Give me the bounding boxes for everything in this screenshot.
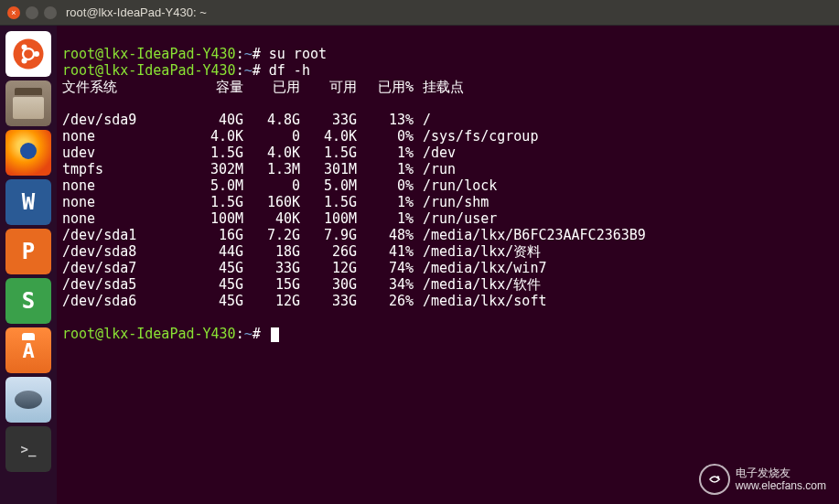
df-cell-mount: /dev	[414, 145, 456, 161]
launcher-software-center-icon[interactable]	[5, 327, 51, 373]
df-cell-fs: /dev/sda6	[62, 293, 187, 309]
df-header-row: 文件系统容量已用可用已用%挂载点	[62, 79, 834, 95]
prompt-user: root@lkx-IdeaPad-Y430	[62, 62, 236, 79]
window-title: root@lkx-IdeaPad-Y430: ~	[66, 5, 207, 19]
watermark-url: www.elecfans.com	[736, 479, 826, 492]
watermark-brand: 电子发烧友	[736, 466, 826, 479]
df-cell-used: 40K	[243, 210, 300, 227]
df-cell-pct: 34%	[357, 276, 414, 293]
df-body: /dev/sda940G4.8G33G13%/none4.0K04.0K0%/s…	[62, 112, 834, 309]
prompt-line: root@lkx-IdeaPad-Y430:~# df -h	[62, 62, 310, 79]
df-cell-used: 12G	[243, 293, 300, 309]
prompt-line: root@lkx-IdeaPad-Y430:~# su root	[62, 46, 327, 62]
df-cell-mount: /run/shm	[414, 194, 489, 210]
df-cell-mount: /media/lkx/soft	[414, 293, 546, 309]
df-cell-used: 15G	[243, 276, 300, 293]
df-cell-size: 40G	[187, 112, 243, 128]
df-cell-mount: /run	[414, 161, 456, 177]
launcher-wps-spreadsheet-icon[interactable]: S	[5, 278, 51, 324]
df-cell-avail: 1.5G	[300, 145, 357, 161]
df-cell-used: 160K	[243, 194, 300, 210]
unity-launcher: W P S >_	[0, 26, 57, 504]
df-cell-size: 45G	[187, 276, 243, 293]
df-cell-used: 0	[243, 177, 300, 194]
minimize-button[interactable]	[26, 6, 38, 19]
df-cell-avail: 4.0K	[300, 128, 357, 145]
df-cell-fs: tmpfs	[62, 161, 187, 177]
df-cell-pct: 26%	[357, 293, 414, 309]
df-cell-pct: 1%	[357, 210, 414, 227]
df-cell-avail: 1.5G	[300, 194, 357, 210]
prompt-path: ~	[244, 46, 253, 62]
df-cell-size: 5.0M	[187, 177, 243, 194]
close-button[interactable]: ×	[7, 6, 20, 19]
launcher-firefox-icon[interactable]	[5, 130, 51, 176]
launcher-files-icon[interactable]	[5, 80, 51, 126]
df-cell-avail: 12G	[300, 260, 357, 276]
df-row: /dev/sda545G15G30G34%/media/lkx/软件	[62, 276, 834, 293]
df-cell-used: 33G	[243, 260, 300, 276]
prompt-path: ~	[244, 62, 253, 79]
df-row: none100M40K100M1%/run/user	[62, 210, 834, 227]
df-cell-fs: /dev/sda5	[62, 276, 187, 293]
df-cell-pct: 74%	[357, 260, 414, 276]
df-row: /dev/sda940G4.8G33G13%/	[62, 112, 834, 128]
df-cell-fs: /dev/sda7	[62, 260, 187, 276]
df-row: /dev/sda645G12G33G26%/media/lkx/soft	[62, 293, 834, 309]
svg-point-4	[22, 59, 27, 64]
df-cell-fs: none	[62, 210, 187, 227]
df-cell-pct: 48%	[357, 227, 414, 243]
df-cell-avail: 100M	[300, 210, 357, 227]
launcher-terminal-icon[interactable]: >_	[5, 426, 51, 472]
df-cell-used: 4.0K	[243, 145, 300, 161]
launcher-dash-icon[interactable]	[5, 31, 51, 77]
df-row: /dev/sda116G7.2G7.9G48%/media/lkx/B6FC23…	[62, 227, 834, 243]
prompt-path: ~	[244, 326, 253, 342]
df-row: none4.0K04.0K0%/sys/fs/cgroup	[62, 128, 834, 145]
df-cell-avail: 30G	[300, 276, 357, 293]
cursor	[271, 327, 279, 342]
df-cell-mount: /run/user	[414, 210, 497, 227]
df-row: /dev/sda745G33G12G74%/media/lkx/win7	[62, 260, 834, 276]
df-cell-avail: 26G	[300, 243, 357, 260]
window-controls: ×	[7, 6, 57, 19]
df-cell-avail: 33G	[300, 293, 357, 309]
df-cell-pct: 1%	[357, 161, 414, 177]
titlebar: × root@lkx-IdeaPad-Y430: ~	[0, 0, 839, 26]
df-cell-fs: /dev/sda8	[62, 243, 187, 260]
df-cell-mount: /sys/fs/cgroup	[414, 128, 538, 145]
svg-point-5	[716, 476, 719, 478]
df-cell-fs: /dev/sda9	[62, 112, 187, 128]
df-header-used: 已用	[243, 79, 300, 95]
df-cell-avail: 33G	[300, 112, 357, 128]
df-cell-avail: 5.0M	[300, 177, 357, 194]
df-cell-fs: none	[62, 194, 187, 210]
df-cell-avail: 7.9G	[300, 227, 357, 243]
df-cell-size: 302M	[187, 161, 243, 177]
df-cell-pct: 0%	[357, 128, 414, 145]
prompt-user: root@lkx-IdeaPad-Y430	[62, 46, 236, 62]
df-row: udev1.5G4.0K1.5G1%/dev	[62, 145, 834, 161]
df-cell-pct: 13%	[357, 112, 414, 128]
maximize-button[interactable]	[44, 6, 57, 19]
df-cell-mount: /run/lock	[414, 177, 497, 194]
df-cell-pct: 0%	[357, 177, 414, 194]
watermark: 电子发烧友 www.elecfans.com	[699, 464, 826, 495]
df-row: none1.5G160K1.5G1%/run/shm	[62, 194, 834, 210]
launcher-disk-icon[interactable]	[5, 377, 51, 423]
terminal-output[interactable]: root@lkx-IdeaPad-Y430:~# su root root@lk…	[57, 26, 839, 504]
df-row: none5.0M05.0M0%/run/lock	[62, 177, 834, 194]
df-header-avail: 可用	[300, 79, 357, 95]
launcher-wps-presentation-icon[interactable]: P	[5, 229, 51, 274]
launcher-wps-writer-icon[interactable]: W	[5, 179, 51, 225]
df-cell-fs: none	[62, 177, 187, 194]
df-cell-mount: /media/lkx/资料	[414, 243, 541, 260]
watermark-icon	[699, 464, 730, 495]
df-row: /dev/sda844G18G26G41%/media/lkx/资料	[62, 243, 834, 260]
df-cell-avail: 301M	[300, 161, 357, 177]
df-header-mount: 挂载点	[414, 79, 464, 95]
df-header-fs: 文件系统	[62, 79, 187, 95]
svg-point-3	[22, 45, 27, 50]
df-cell-fs: udev	[62, 145, 187, 161]
df-cell-size: 45G	[187, 293, 243, 309]
